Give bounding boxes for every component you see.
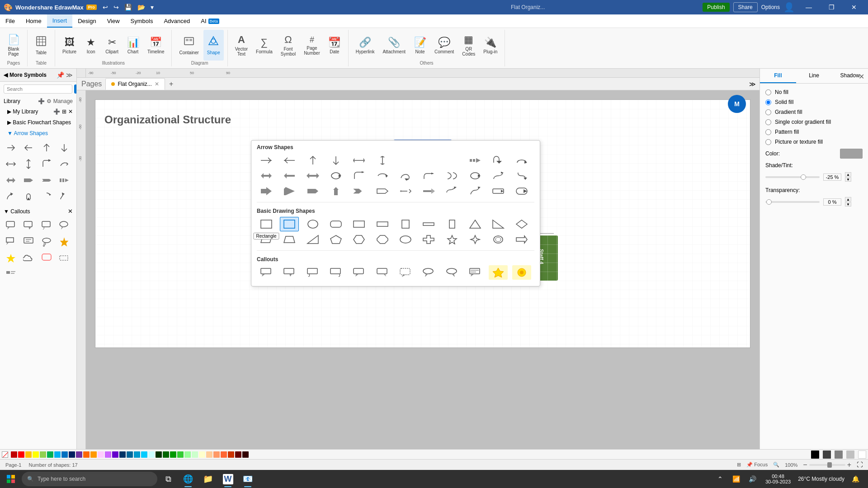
sp-callout-9[interactable] [443, 265, 462, 280]
color-swatch-25[interactable] [184, 451, 191, 458]
menu-home[interactable]: Home [20, 14, 47, 28]
ribbon-vector-text[interactable]: A VectorText [231, 30, 251, 61]
color-swatch-13[interactable] [98, 451, 104, 458]
sp-trapezoid[interactable] [280, 232, 299, 247]
ribbon-attachment[interactable]: 📎 Attachment [379, 30, 409, 61]
sp-arrow-36[interactable] [512, 184, 531, 198]
shade-down[interactable]: ▼ [845, 177, 851, 182]
sp-pentagon[interactable] [326, 232, 345, 247]
shape-arrow-lr[interactable] [4, 157, 18, 171]
transparency-slider[interactable] [765, 201, 820, 203]
sp-arrow-6[interactable] [373, 153, 392, 168]
transparency-down[interactable]: ▼ [845, 202, 851, 206]
taskbar-clock[interactable]: 00:48 30-09-2023 [762, 474, 794, 484]
ribbon-formula[interactable]: ∑ Formula [252, 30, 276, 61]
sp-arrow-31[interactable] [396, 184, 415, 198]
sp-arrow-19[interactable] [396, 169, 415, 183]
ribbon-blank-page[interactable]: 📄 BlankPage [4, 30, 24, 61]
fullscreen-button[interactable]: ⛶ [857, 461, 863, 468]
sp-callout-5[interactable] [349, 265, 368, 280]
my-library-add[interactable]: ➕ [53, 108, 60, 115]
color-swatch-16[interactable] [119, 451, 126, 458]
shape-circular[interactable] [39, 189, 54, 204]
gradient-fill-label[interactable]: Gradient fill [775, 109, 802, 115]
sp-tall-rect[interactable] [396, 217, 415, 231]
sp-callout-6[interactable] [373, 265, 392, 280]
shape-arrow-down[interactable] [57, 141, 71, 155]
color-swatch-9[interactable] [69, 451, 75, 458]
menu-design[interactable]: Design [72, 14, 101, 28]
color-white[interactable] [858, 450, 866, 459]
no-color-btn[interactable] [2, 451, 8, 458]
menu-symbols[interactable]: Symbols [125, 14, 159, 28]
color-swatch-5[interactable] [40, 451, 46, 458]
color-swatch-27[interactable] [199, 451, 205, 458]
sp-wide-rect-2[interactable] [419, 217, 438, 231]
ribbon-picture[interactable]: 🖼 Picture [59, 30, 80, 61]
sp-ellipse[interactable] [396, 232, 415, 247]
shape-rounded-callout[interactable] [39, 251, 54, 266]
open-button[interactable]: 📂 [135, 3, 147, 12]
sp-arrow-2[interactable] [280, 153, 299, 168]
ribbon-chart[interactable]: 📊 Chart [123, 30, 143, 61]
color-picker[interactable] [840, 149, 863, 159]
sp-arrow-15[interactable] [303, 169, 322, 183]
shape-arrow-curved[interactable] [57, 157, 71, 171]
zoom-out-button[interactable]: − [803, 461, 807, 469]
my-library-close[interactable]: ✕ [68, 108, 73, 115]
color-swatch-3[interactable] [25, 451, 32, 458]
shape-speech-2[interactable] [21, 235, 36, 249]
color-swatch-33[interactable] [242, 451, 249, 458]
shape-star-callout[interactable] [57, 235, 71, 249]
menu-view[interactable]: View [102, 14, 125, 28]
color-swatch-15[interactable] [112, 451, 118, 458]
tab-fill[interactable]: Fill [760, 69, 796, 83]
panel-pin-button[interactable]: 📌 [57, 71, 64, 79]
shade-slider[interactable] [765, 176, 820, 178]
sp-rt-triangle[interactable] [489, 217, 508, 231]
sp-octagon[interactable] [373, 232, 392, 247]
color-swatch-22[interactable] [163, 451, 169, 458]
taskbar-weather[interactable]: 26°C Mostly cloudy [796, 475, 846, 483]
sp-rect[interactable]: Rectangle [257, 217, 276, 231]
sp-parallelogram[interactable] [257, 232, 276, 247]
shape-callout-1[interactable] [4, 219, 18, 233]
ribbon-plugin[interactable]: 🔌 Plug-in [480, 30, 501, 61]
taskbar-edge[interactable]: 🌐 [179, 470, 197, 488]
sp-arrow-14[interactable] [280, 169, 299, 183]
sp-tall-rect-2[interactable] [443, 217, 462, 231]
sp-arrow-34[interactable] [466, 184, 485, 198]
single-gradient-radio[interactable] [765, 119, 771, 125]
color-darkgray[interactable] [823, 450, 831, 459]
color-swatch-24[interactable] [177, 451, 184, 458]
single-gradient-label[interactable]: Single color gradient fill [775, 119, 831, 125]
sp-arrow-23[interactable] [489, 169, 508, 183]
color-lightgray[interactable] [846, 450, 854, 459]
taskbar-notification[interactable]: 🔔 [848, 472, 863, 486]
taskbar-search[interactable]: 🔍 Type here to search [22, 472, 157, 486]
sp-wide-rect[interactable] [373, 217, 392, 231]
sp-arrow-17[interactable] [349, 169, 368, 183]
sp-arrow-11[interactable] [489, 153, 508, 168]
picture-fill-label[interactable]: Picture or texture fill [775, 139, 823, 145]
floating-action-btn[interactable]: M [728, 95, 746, 113]
sp-arrow-20[interactable] [419, 169, 438, 183]
sp-rounded-rect[interactable] [326, 217, 345, 231]
sidebar-item-arrow-shapes[interactable]: ▼ Arrow Shapes ✕ [0, 128, 76, 139]
ribbon-font-symbol[interactable]: Ω FontSymbol [277, 30, 299, 61]
sp-arrow-1[interactable] [257, 153, 276, 168]
pattern-fill-radio[interactable] [765, 129, 771, 135]
sp-arrow-33[interactable] [443, 184, 462, 198]
color-swatch-19[interactable] [141, 451, 147, 458]
color-swatch-12[interactable] [90, 451, 97, 458]
shape-arrow-right[interactable] [4, 141, 18, 155]
sp-star5[interactable] [443, 232, 462, 247]
library-manage-button[interactable]: ⚙ Manage [47, 98, 73, 104]
color-swatch-7[interactable] [54, 451, 61, 458]
sidebar-item-my-library[interactable]: ▶ My Library ➕ ⊞ ✕ [0, 106, 76, 117]
sp-callout-7[interactable] [396, 265, 415, 280]
sp-arrow-8[interactable] [419, 153, 438, 168]
sp-arrow-24[interactable] [512, 169, 531, 183]
library-label[interactable]: Library [4, 98, 20, 104]
shape-curved-arrow[interactable] [4, 189, 18, 204]
